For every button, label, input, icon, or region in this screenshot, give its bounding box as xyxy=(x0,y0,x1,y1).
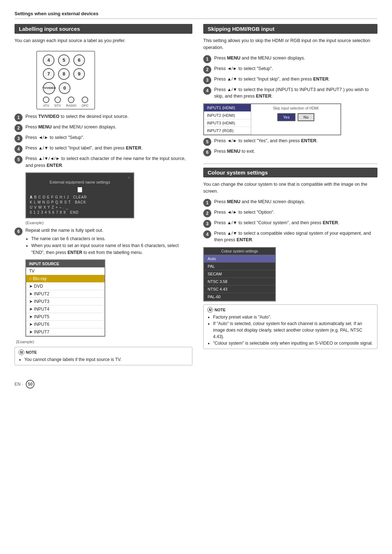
colour-section: Colour system settings You can change th… xyxy=(203,168,377,349)
note-title-text: NOTE xyxy=(26,350,37,354)
colour-opt-ntsc358: NTSC 3.58 xyxy=(204,278,275,286)
colour-step-text-2: Press ◄/► to select "Option". xyxy=(214,209,377,216)
input-row-input7: ➤ INPUT7 xyxy=(26,328,105,336)
skip-left-panel: INPUT1 (HDMI) INPUT2 (HDMI) INPUT3 (HDMI… xyxy=(204,104,251,135)
skip-step-text-6: Press MENU to exit. xyxy=(214,148,377,155)
skip-right-header: Skip input selection of HDMI xyxy=(253,106,338,110)
note-title: N NOTE xyxy=(19,349,188,355)
char-row-3: U V W X Y Z + – . _ xyxy=(30,205,130,209)
skip-step-num-3: 3 xyxy=(203,76,211,84)
colour-step-1: 1 Press MENU and the MENU screen display… xyxy=(203,198,377,207)
colour-note: N NOTE Factory preset value is "Auto". I… xyxy=(203,304,377,349)
remote-atv: ATV xyxy=(43,97,49,107)
remote-radio: RADIO xyxy=(66,97,77,107)
step-6-bullets: The name can be 6 characters or less. Wh… xyxy=(25,235,192,257)
skip-step-num-2: 2 xyxy=(203,66,211,74)
skip-yes-no-buttons: Yes No xyxy=(253,113,338,121)
skip-step-4: 4 Press ▲/▼ to select the Input (INPUT1 … xyxy=(203,86,377,100)
skip-step-5: 5 Press ◄/► to select "Yes", and then pr… xyxy=(203,138,377,146)
colour-note-list: Factory preset value is "Auto". If "Auto… xyxy=(207,314,373,346)
step-text-6: Repeat until the name is fully spelt out… xyxy=(25,227,192,256)
colour-opt-pal: PAL xyxy=(204,263,275,270)
step-text-3: Press ◄/► to select "Setup". xyxy=(25,134,192,141)
labelling-note: N NOTE You cannot change labels if the i… xyxy=(15,347,192,365)
step-num-3: 3 xyxy=(15,135,23,143)
colour-step-num-1: 1 xyxy=(203,199,211,207)
input-source-header: INPUT SOURCE xyxy=(26,260,105,267)
skip-step-1: 1 Press MENU and the MENU screen display… xyxy=(203,55,377,63)
char-row-1: A B C D E F G H I J CLEAR xyxy=(30,195,130,199)
char-row-4: 0 1 2 3 4 5 6 7 8 9 END xyxy=(30,210,130,214)
skip-step-2: 2 Press ◄/► to select "Setup". xyxy=(203,65,377,74)
colour-step-num-2: 2 xyxy=(203,209,211,217)
step-1: 1 Press TV/VIDEO to select the desired i… xyxy=(15,113,192,122)
page-footer: EN · 50 xyxy=(15,380,377,389)
labelling-section: Labelling input sources You can assign e… xyxy=(15,24,192,365)
section-divider xyxy=(203,164,377,164)
colour-opt-ntsc443: NTSC 4.43 xyxy=(204,286,275,293)
colour-step-4: 4 Press ▲/▼ to select a compatible video… xyxy=(203,230,377,244)
colour-note-item-1: Factory preset value is "Auto". xyxy=(213,314,373,320)
char-row-2: K L M N O P Q R S T BACK xyxy=(30,200,130,204)
colour-intro: You can change the colour system to one … xyxy=(203,181,377,195)
bullet-1: The name can be 6 characters or less. xyxy=(31,235,192,242)
remote-btn-4: 4 xyxy=(43,54,54,66)
skipping-section: Skipping HDMI/RGB input This setting all… xyxy=(203,24,377,156)
colour-step-text-1: Press MENU and the MENU screen displays. xyxy=(214,198,377,205)
skip-screen: INPUT1 (HDMI) INPUT2 (HDMI) INPUT3 (HDMI… xyxy=(203,103,341,135)
colour-step-text-3: Press ▲/▼ to select "Colour system", and… xyxy=(214,219,377,226)
step-text-2: Press MENU and the MENU screen displays. xyxy=(25,124,192,131)
note-item-1: You cannot change labels if the input so… xyxy=(24,356,188,363)
skip-step-num-6: 6 xyxy=(203,148,211,156)
step-num-5: 5 xyxy=(15,156,23,164)
skip-step-num-1: 1 xyxy=(203,55,211,63)
input-source-example-label: (Example) xyxy=(16,340,192,344)
remote-btn-0: 0 xyxy=(59,82,70,94)
skip-step-text-1: Press MENU and the MENU screen displays. xyxy=(214,55,377,62)
footer-prefix: EN · xyxy=(15,382,23,387)
remote-opc: OPC xyxy=(82,97,89,107)
skip-step-text-4: Press ▲/▼ to select the Input (INPUT1 to… xyxy=(214,86,377,100)
step-6: 6 Repeat until the name is fully spelt o… xyxy=(15,227,192,256)
step-num-1: 1 xyxy=(15,114,23,122)
remote-control-image: 4 5 6 7 8 9 TV/VIDEO 0 xyxy=(36,51,95,110)
colour-steps: 1 Press MENU and the MENU screen display… xyxy=(203,198,377,244)
skip-yes-btn[interactable]: Yes xyxy=(277,113,295,121)
step-num-6: 6 xyxy=(15,227,23,235)
step-5: 5 Press ▲/▼/◄/► to select each character… xyxy=(15,155,192,169)
step-text-5: Press ▲/▼/◄/► to select each character o… xyxy=(25,155,192,169)
screen-example-label: (Example) xyxy=(25,221,192,225)
colour-step-3: 3 Press ▲/▼ to select "Colour system", a… xyxy=(203,219,377,228)
input-row-input6: ➤ INPUT6 xyxy=(26,321,105,328)
right-column: Skipping HDMI/RGB input This setting all… xyxy=(203,24,377,373)
input-row-tv: TV xyxy=(26,267,105,275)
skipping-title: Skipping HDMI/RGB input xyxy=(203,24,377,34)
cursor-display xyxy=(30,186,130,194)
colour-screen-title: Colour system settings xyxy=(204,248,275,255)
skip-screen-inner: INPUT1 (HDMI) INPUT2 (HDMI) INPUT3 (HDMI… xyxy=(204,104,340,135)
skip-row-input1: INPUT1 (HDMI) xyxy=(204,104,251,112)
colour-note-item-2: If "Auto" is selected, colour system for… xyxy=(213,320,373,340)
input-row-bluray: ○ Blu-ray xyxy=(26,275,105,283)
note-icon: N xyxy=(19,349,24,355)
skipping-steps-1-4: 1 Press MENU and the MENU screen display… xyxy=(203,55,377,100)
skip-step-text-3: Press ▲/▼ to select "Input skip", and th… xyxy=(214,76,377,83)
skip-step-text-2: Press ◄/► to select "Setup". xyxy=(214,65,377,72)
remote-dtv: DTV xyxy=(54,97,61,107)
labelling-intro: You can assign each input source a label… xyxy=(15,37,192,44)
remote-row-4: ATV DTV RADIO OPC xyxy=(43,97,89,107)
remote-btn-tvvideo: TV/VIDEO xyxy=(43,82,55,94)
step-4: 4 Press ▲/▼ to select "Input label", and… xyxy=(15,145,192,153)
skip-no-btn[interactable]: No xyxy=(298,113,314,121)
header-title: Settings when using external devices xyxy=(15,11,377,16)
remote-row-1: 4 5 6 xyxy=(43,54,89,66)
colour-step-num-4: 4 xyxy=(203,230,211,238)
remote-btn-9: 9 xyxy=(73,68,85,80)
remote-btn-7: 7 xyxy=(43,68,54,80)
step-num-2: 2 xyxy=(15,124,23,132)
input-row-dvd: ➤ DVD xyxy=(26,283,105,290)
colour-step-num-3: 3 xyxy=(203,220,211,228)
colour-title: Colour system settings xyxy=(203,168,377,177)
colour-note-title: N NOTE xyxy=(207,307,373,313)
screen-title: External equipment name settings xyxy=(30,180,130,184)
